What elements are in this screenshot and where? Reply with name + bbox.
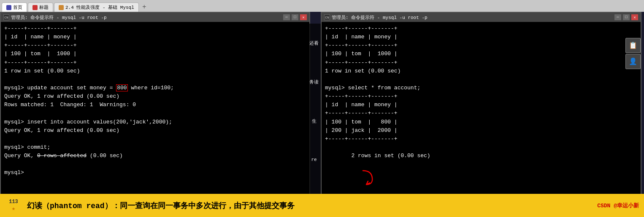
tl-row1: | 100 | tom | 1000 | xyxy=(4,50,306,58)
tr-rowcount2: 2 rows in set (0.00 sec) xyxy=(325,143,637,196)
tl-table-header: +-----+------+-------+ xyxy=(4,24,306,33)
tr-table-col: | id | name | money | xyxy=(325,33,637,41)
tr-table2-sep: +-----+------+-------+ xyxy=(325,109,637,118)
tr-table2-header: +-----+------+-------+ xyxy=(325,92,637,101)
tab-icon-blue xyxy=(6,5,11,10)
terminal-right-titlebar: CN 管理员: 命令提示符 - mysql -u root -p ─ □ ✕ xyxy=(322,13,641,22)
tl-table-sep: +-----+------+-------+ xyxy=(4,41,306,50)
overlay-text-4: re xyxy=(311,157,317,162)
terminal-right: CN 管理员: 命令提示符 - mysql -u root -p ─ □ ✕ +… xyxy=(321,12,641,206)
brand-label: CSDN @幸运小新 xyxy=(597,202,639,209)
terminal-left-title: 管理员: 命令提示符 - mysql -u root -p xyxy=(11,14,107,21)
terminal-left-titlebar: CN 管理员: 命令提示符 - mysql -u root -p ─ □ ✕ xyxy=(1,13,309,22)
tl-strikethrough: 0 rows affected xyxy=(37,153,87,159)
titlebar-right-left: CN 管理员: 命令提示符 - mysql -u root -p xyxy=(324,14,428,21)
left-overlay-panel: 还看 务读 生 re 每 xyxy=(307,24,321,217)
tl-cmd3: mysql> commit; xyxy=(4,143,306,152)
tr-table-header: +-----+------+-------+ xyxy=(325,24,637,33)
page-number: 113 xyxy=(9,199,18,205)
tab-icon-orange xyxy=(59,5,64,10)
terminal-icon: CN xyxy=(3,14,9,20)
browser-tab-bar: 首页 标题 2.4 性能及强度 - 基础 Mysql + xyxy=(0,0,644,12)
tab-icon-red xyxy=(32,5,38,10)
minimize-right-button[interactable]: ─ xyxy=(614,14,621,20)
side-buttons-panel: 📋 👤 xyxy=(625,38,641,69)
tab-3[interactable]: 2.4 性能及强度 - 基础 Mysql xyxy=(54,3,139,12)
titlebar-controls[interactable]: ─ □ ✕ xyxy=(283,14,307,20)
terminal-right-body: +-----+------+-------+ | id | name | mon… xyxy=(322,22,641,205)
maximize-right-button[interactable]: □ xyxy=(623,14,630,20)
tab-label-3: 2.4 性能及强度 - 基础 Mysql xyxy=(65,4,134,11)
overlay-text-1: 还看 xyxy=(309,40,319,46)
user-side-button[interactable]: 👤 xyxy=(625,54,641,69)
overlay-text-2: 务读 xyxy=(309,79,319,85)
tr-cmd1: mysql> select * from account; xyxy=(325,84,637,92)
main-content: CN 管理员: 命令提示符 - mysql -u root -p ─ □ ✕ +… xyxy=(0,12,644,217)
bottom-main-text: 幻读（phantom read）：同一查询在同一事务中多次进行，由于其他提交事务 xyxy=(27,201,597,211)
tr-table2-end: +-----+------+-------+ xyxy=(325,135,637,143)
bottom-bar-left: 113 ★ xyxy=(5,199,22,212)
terminal-left: CN 管理员: 命令提示符 - mysql -u root -p ─ □ ✕ +… xyxy=(0,12,310,206)
annotation-arrow xyxy=(354,169,375,187)
minimize-button[interactable]: ─ xyxy=(283,14,290,20)
tl-cmd1-prefix: mysql> update account set money = xyxy=(4,85,116,91)
titlebar-right-controls[interactable]: ─ □ ✕ xyxy=(614,14,638,20)
tr-table2-col: | id | name | money | xyxy=(325,101,637,109)
terminal-left-body: +-----+------+-------+ | id | name | mon… xyxy=(1,22,309,205)
tl-cmd2: mysql> insert into account values(200,'j… xyxy=(4,118,306,126)
star-icon: ★ xyxy=(12,205,15,212)
tl-cmd1-suffix: where id=100; xyxy=(128,85,174,91)
tr-row1: | 100 | tom | 1000 | xyxy=(325,50,637,58)
titlebar-left-content: CN 管理员: 命令提示符 - mysql -u root -p xyxy=(3,14,107,21)
terminal-right-icon: CN xyxy=(324,14,330,20)
tr-rowcount1: 1 row in set (0.00 sec) xyxy=(325,67,637,75)
bottom-bar: 113 ★ 幻读（phantom read）：同一查询在同一事务中多次进行，由于… xyxy=(0,194,644,217)
new-tab-button[interactable]: + xyxy=(140,3,149,12)
close-right-button[interactable]: ✕ xyxy=(631,14,638,20)
tl-cmd1-highlight: 800 xyxy=(116,84,127,91)
tl-cmd1: mysql> update account set money = 800 wh… xyxy=(4,84,306,92)
tl-result1a: Query OK, 1 row affected (0.00 sec) xyxy=(4,92,306,101)
close-button[interactable]: ✕ xyxy=(300,14,307,20)
maximize-button[interactable]: □ xyxy=(292,14,298,20)
tab-2[interactable]: 标题 xyxy=(28,3,53,12)
tr-row2a: | 100 | tom | 800 | xyxy=(325,118,637,126)
tl-result2: Query OK, 1 row affected (0.00 sec) xyxy=(4,126,306,135)
terminal-right-title: 管理员: 命令提示符 - mysql -u root -p xyxy=(332,14,428,21)
tl-table-end: +-----+------+-------+ xyxy=(4,59,306,67)
tl-rowcount1: 1 row in set (0.00 sec) xyxy=(4,67,306,75)
tl-result3: Query OK, 0 rows affected (0.00 sec) xyxy=(4,152,306,160)
copy-side-button[interactable]: 📋 xyxy=(625,38,641,53)
tr-rowcount2-text: 2 rows in set (0.00 sec) xyxy=(351,153,430,159)
tr-table-sep: +-----+------+-------+ xyxy=(325,41,637,50)
tl-table-col: | id | name | money | xyxy=(4,33,306,41)
tr-table-end: +-----+------+-------+ xyxy=(325,59,637,67)
overlay-text-3: 生 xyxy=(312,118,317,124)
tr-row2b: | 200 | jack | 2000 | xyxy=(325,126,637,135)
tl-result1b: Rows matched: 1 Changed: 1 Warnings: 0 xyxy=(4,101,306,109)
tab-label-2: 标题 xyxy=(39,4,49,11)
tab-label-1: 首页 xyxy=(13,4,22,11)
tab-active[interactable]: 首页 xyxy=(2,3,27,12)
tl-prompt: mysql> xyxy=(4,169,306,177)
